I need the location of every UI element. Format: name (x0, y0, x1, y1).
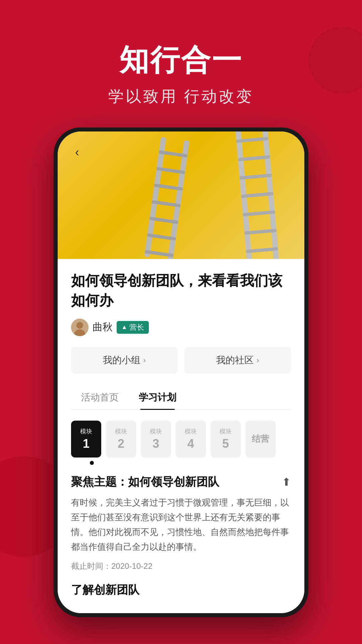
focus-section: 聚焦主题：如何领导创新团队 ⬆ 有时候，完美主义者过于习惯于微观管理，事无巨细，… (71, 474, 291, 598)
module-tabs: 模块 1 模块 2 模块 3 模块 4 (71, 421, 291, 458)
module-end-label: 结营 (252, 433, 269, 445)
hero-subtitle: 学以致用 行动改变 (0, 86, 362, 107)
module-3-label: 模块 (150, 427, 162, 435)
badge-label: 营长 (129, 322, 144, 332)
tab-study-label: 学习计划 (139, 392, 176, 402)
module-4-num: 4 (187, 437, 194, 451)
my-community-label: 我的社区 (216, 354, 254, 367)
module-dot-row (71, 461, 291, 465)
tab-activity-label: 活动首页 (81, 392, 119, 402)
focus-title-row: 聚焦主题：如何领导创新团队 ⬆ (71, 474, 291, 490)
focus-body: 有时候，完美主义者过于习惯于微观管理，事无巨细，以至于他们甚至没有意识到这个世界… (71, 495, 291, 554)
deadline-text: 截止时间：2020-10-22 (71, 561, 291, 572)
module-5-num: 5 (222, 437, 229, 451)
module-1-label: 模块 (80, 427, 92, 435)
hero-title: 知行合一 (0, 40, 362, 80)
svg-rect-1 (167, 140, 189, 259)
share-icon[interactable]: ⬆ (282, 476, 291, 488)
module-tab-4[interactable]: 模块 4 (176, 421, 206, 458)
phone-content: ‹ 如何领导创新团队，来看看我们该如何办 (58, 131, 304, 613)
module-1-num: 1 (83, 437, 89, 451)
my-group-button[interactable]: 我的小组 › (71, 347, 178, 374)
phone-frame: ‹ 如何领导创新团队，来看看我们该如何办 (54, 127, 308, 617)
tab-study-plan[interactable]: 学习计划 (129, 386, 186, 409)
group-arrow-icon: › (143, 356, 146, 365)
tabs-row: 活动首页 学习计划 (71, 386, 291, 410)
author-avatar (71, 319, 88, 336)
module-tab-2[interactable]: 模块 2 (106, 421, 136, 458)
back-button[interactable]: ‹ (67, 142, 87, 162)
phone-screen: ‹ 如何领导创新团队，来看看我们该如何办 (58, 131, 304, 613)
back-icon: ‹ (75, 145, 79, 159)
hero-section: 知行合一 学以致用 行动改变 (0, 40, 362, 107)
module-tab-1[interactable]: 模块 1 (71, 421, 101, 458)
module-tab-3[interactable]: 模块 3 (141, 421, 171, 458)
tab-activity-home[interactable]: 活动首页 (71, 386, 129, 409)
module-4-label: 模块 (185, 427, 197, 435)
phone-mockup: ‹ 如何领导创新团队，来看看我们该如何办 (54, 127, 308, 617)
community-arrow-icon: › (256, 356, 259, 365)
my-community-button[interactable]: 我的社区 › (184, 347, 291, 374)
module-tab-5[interactable]: 模块 5 (210, 421, 241, 458)
module-tab-end[interactable]: 结营 (245, 421, 276, 458)
ladder-image (58, 131, 304, 259)
focus-title: 聚焦主题：如何领导创新团队 (71, 474, 219, 490)
author-row: 曲秋 ▲ 营长 (71, 319, 291, 336)
understand-title: 了解创新团队 (71, 582, 291, 598)
article-title: 如何领导创新团队，来看看我们该如何办 (71, 271, 291, 311)
module-3-num: 3 (153, 437, 159, 451)
module-2-label: 模块 (115, 427, 127, 435)
author-badge: ▲ 营长 (117, 321, 149, 334)
module-2-num: 2 (118, 437, 124, 451)
article-body: 如何领导创新团队，来看看我们该如何办 曲秋 (58, 259, 304, 613)
module-5-label: 模块 (220, 427, 232, 435)
author-name: 曲秋 (93, 320, 113, 334)
article-image: ‹ (58, 131, 304, 259)
my-group-label: 我的小组 (103, 354, 140, 367)
nav-buttons: 我的小组 › 我的社区 › (71, 347, 291, 374)
module-active-dot (90, 461, 94, 465)
svg-point-19 (76, 322, 83, 329)
badge-icon: ▲ (121, 324, 127, 331)
svg-rect-0 (144, 137, 166, 257)
